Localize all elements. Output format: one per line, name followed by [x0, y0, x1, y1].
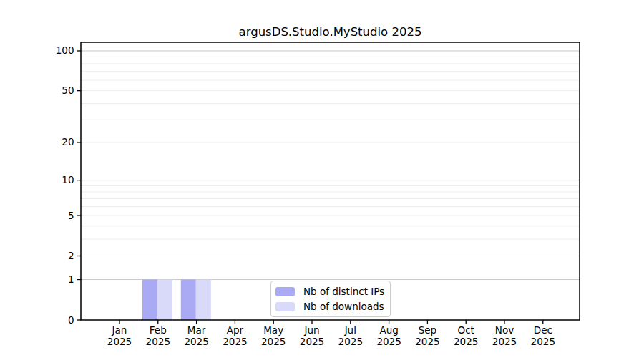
legend-swatch-distinct-ips	[275, 287, 295, 296]
y-tick-label: 10	[43, 174, 74, 186]
bar-downloads	[157, 280, 172, 320]
x-tick-label: Dec2025	[520, 325, 566, 347]
legend-label-downloads: Nb of downloads	[303, 300, 384, 313]
y-tick-label: 5	[43, 210, 74, 222]
y-tick-label: 2	[43, 250, 74, 262]
legend-swatch-downloads	[275, 302, 295, 311]
legend-entry-distinct-ips: Nb of distinct IPs	[275, 285, 384, 298]
legend-entry-downloads: Nb of downloads	[275, 300, 384, 313]
y-tick-label: 20	[43, 136, 74, 148]
y-tick-label: 100	[43, 44, 74, 57]
chart-figure: argusDS.Studio.MyStudio 2025 01251020501…	[0, 0, 644, 358]
x-tick-month: Dec	[520, 325, 566, 337]
legend: Nb of distinct IPs Nb of downloads	[270, 281, 391, 317]
y-tick-label: 1	[43, 274, 74, 286]
bar-distinct-ips	[142, 280, 157, 320]
y-tick-label: 0	[43, 314, 74, 326]
bar-distinct-ips	[181, 280, 196, 320]
bar-downloads	[196, 280, 211, 320]
plot-border	[81, 42, 580, 320]
y-tick-label: 50	[43, 84, 74, 97]
x-tick-year: 2025	[520, 337, 566, 348]
legend-label-distinct-ips: Nb of distinct IPs	[303, 285, 384, 298]
